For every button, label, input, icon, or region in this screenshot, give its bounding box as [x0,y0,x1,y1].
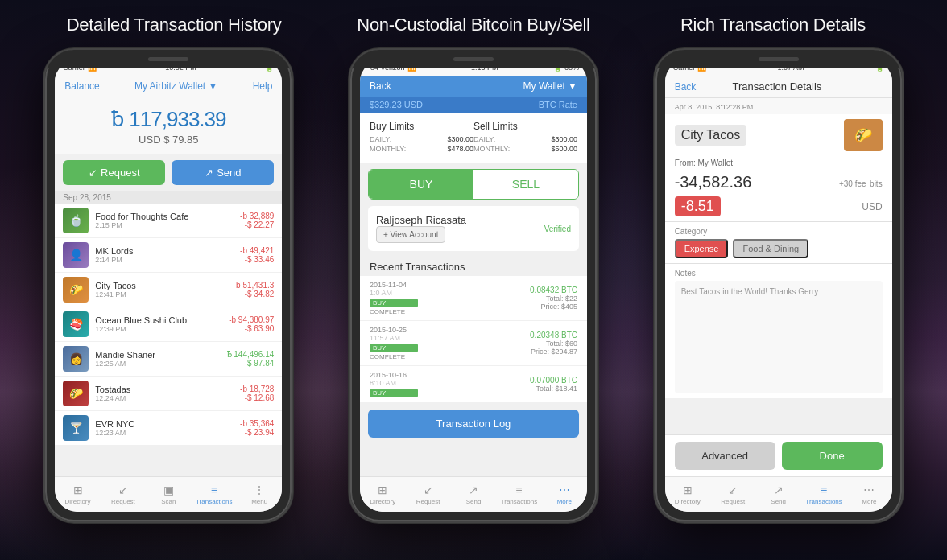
table-row[interactable]: 🍵 Food for Thoughts Cafe 2:15 PM -b 32,8… [55,204,282,238]
title-1: Detailed Transaction History [24,14,324,35]
nav-request[interactable]: ↙ Request [710,480,755,509]
tx-date: 2015-11-04 [370,281,418,289]
table-row[interactable]: 👩 Mandie Shaner 12:25 AM ƀ 144,496.14 $ … [55,342,282,377]
nav-request[interactable]: ↙ Request [405,480,450,509]
btc-amount: 0.07000 BTC [530,376,577,385]
wallet-selector[interactable]: My Airbitz Wallet ▼ [134,80,217,92]
table-row[interactable]: 2015-10-25 11:57 AM BUY COMPLETE 0.20348… [360,321,587,366]
phone-3-screen: Carrier 📶 1:07 AM 🔋 Back Transaction Det… [665,60,892,512]
sell-limits: Sell Limits DAILY: $300.00 MONTHLY: $500… [474,121,577,154]
nav-more[interactable]: ⋯ More [846,480,891,509]
usd-amount-row: -8.51 USD [665,195,892,222]
category-label: Category [675,227,883,236]
btc-amount: -b 35,364 [240,419,274,428]
balance-link[interactable]: Balance [64,80,99,92]
merchant-icon: 🍵 [63,208,89,233]
table-row[interactable]: 🍸 EVR NYC 12:23 AM -b 35,364 -$ 23.94 [55,411,282,446]
table-row[interactable]: 🍣 Ocean Blue Sushi Club 12:39 PM -b 94,3… [55,307,282,342]
send-button[interactable]: ↗ Send [172,160,274,185]
tx-time: 12:39 PM [95,325,222,333]
nav-label: Request [111,498,135,505]
merchant-image: 🌮 [844,119,883,151]
recent-transactions-header: Recent Transactions [360,256,587,276]
user-section: Raljoseph Ricasata + View Account Verifi… [368,206,579,251]
food-category-button[interactable]: Food & Dining [733,239,808,258]
transaction-list: 🍵 Food for Thoughts Cafe 2:15 PM -b 32,8… [55,204,282,446]
nav-transactions[interactable]: ≡ Transactions [496,480,541,509]
phone-2-screen: -84 Verizon 📶 1:13 PM 🔋 68% Back My Wall… [360,60,587,512]
advanced-button[interactable]: Advanced [675,442,775,470]
merchant-icon: 🍸 [63,415,89,441]
sell-tab[interactable]: SELL [474,170,578,199]
btc-amount: 0.20348 BTC [530,331,577,340]
phone-1-notch [45,50,292,68]
nav-label: Send [466,498,482,505]
nav-menu[interactable]: ⋮ Menu [237,480,282,509]
menu-icon: ⋮ [254,484,265,496]
help-link[interactable]: Help [253,80,273,92]
nav-directory[interactable]: ⊞ Directory [665,480,710,509]
usd-amount: -8.51 [675,196,721,216]
back-button[interactable]: Back [370,80,391,92]
category-buttons: Expense Food & Dining [675,239,883,258]
tx-time: 1:0 AM [370,289,418,297]
merchant-name: City Tacos [95,281,226,290]
merchant-name: Ocean Blue Sushi Club [95,315,222,325]
tx-time: 2:15 PM [95,221,234,229]
nav-request[interactable]: ↙ Request [101,480,146,509]
tx-status: COMPLETE [370,353,418,360]
nav-label: Scan [161,498,176,505]
nav-more[interactable]: ⋯ More [542,480,587,509]
usd-amount: -$ 63.90 [229,324,274,333]
section-titles: Detailed Transaction History Non-Custodi… [0,14,947,35]
merchant-name: Food for Thoughts Cafe [95,212,234,221]
nav-transactions[interactable]: ≡ Transactions [192,480,237,509]
limits-section: Buy Limits DAILY: $300.00 MONTHLY: $478.… [360,113,587,163]
phone-3-notch [655,50,902,68]
nav-label: Transactions [196,498,233,505]
request-button[interactable]: ↙ Request [63,160,165,185]
tx-time: 12:23 AM [95,429,234,437]
phones-container: Carrier 📶 10:32 PM 🔋 Balance My Airbitz … [0,48,947,523]
nav-directory[interactable]: ⊞ Directory [360,480,405,509]
table-row[interactable]: 🌮 City Tacos 12:41 PM -b 51,431.3 -$ 34.… [55,273,282,307]
back-button[interactable]: Back [675,81,697,93]
buy-tab[interactable]: BUY [369,170,474,199]
table-row[interactable]: 🌮 Tostadas 12:24 AM -b 18,728 -$ 12.68 [55,377,282,411]
transaction-list: 2015-11-04 1:0 AM BUY COMPLETE 0.08432 B… [360,276,587,403]
done-button[interactable]: Done [782,442,883,470]
directory-icon: ⊞ [73,484,83,496]
nav-directory[interactable]: ⊞ Directory [55,480,100,509]
phone-2-bottom-nav: ⊞ Directory ↙ Request ↗ Send ≡ Transacti… [360,476,587,512]
btc-amount: -b 51,431.3 [234,281,275,290]
transaction-date: Apr 8, 2015, 8:12:28 PM [665,98,892,114]
expense-category-button[interactable]: Expense [675,239,729,258]
nav-send[interactable]: ↗ Send [755,480,800,509]
wallet-selector[interactable]: My Wallet ▼ [523,80,577,92]
nav-scan[interactable]: ▣ Scan [146,480,191,509]
request-icon: ↙ [118,484,128,496]
table-row[interactable]: 2015-11-04 1:0 AM BUY COMPLETE 0.08432 B… [360,276,587,321]
btc-rate-label: BTC Rate [539,100,577,109]
view-account-button[interactable]: + View Account [376,226,445,243]
transactions-icon: ≡ [821,484,827,496]
more-icon: ⋯ [863,484,875,496]
table-row[interactable]: 👤 MK Lords 2:14 PM -b 49,421 -$ 33.46 [55,238,282,273]
nav-label: Directory [370,498,395,505]
monthly-label: MONTHLY: [370,145,406,153]
buy-sell-tabs: BUY SELL [368,169,579,200]
buy-limits-title: Buy Limits [370,121,474,132]
directory-icon: ⊞ [378,484,387,496]
phone-3-bottom-nav: ⊞ Directory ↙ Request ↗ Send ≡ Transacti… [665,476,892,512]
merchant-icon: 🌮 [63,277,89,303]
table-row[interactable]: 2015-10-16 8:10 AM BUY 0.07000 BTC Total… [360,366,587,403]
phone-1: Carrier 📶 10:32 PM 🔋 Balance My Airbitz … [43,48,293,523]
usd-amount: -$ 34.82 [234,290,275,299]
transaction-log-button[interactable]: Transaction Log [368,410,579,438]
nav-label: Request [721,498,745,505]
nav-send[interactable]: ↗ Send [451,480,496,509]
nav-transactions[interactable]: ≡ Transactions [801,480,846,509]
daily-value: $300.00 [447,135,474,143]
total: Total: $18.41 [530,385,577,393]
phone-3: Carrier 📶 1:07 AM 🔋 Back Transaction Det… [654,48,904,523]
